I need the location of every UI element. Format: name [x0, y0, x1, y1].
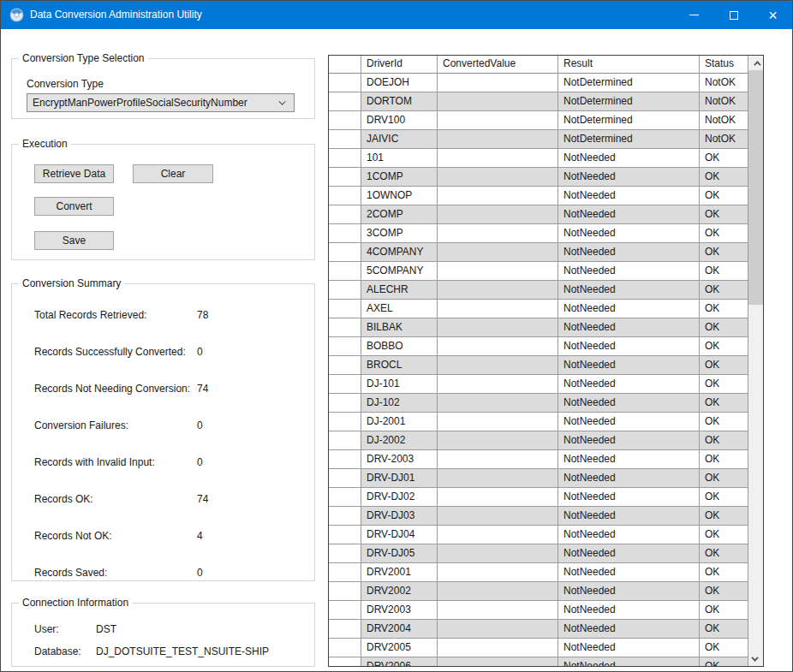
- row-selector[interactable]: [329, 431, 361, 450]
- grid-cell[interactable]: NotNeeded: [558, 582, 700, 601]
- grid-cell[interactable]: OK: [700, 337, 748, 356]
- grid-cell[interactable]: [438, 469, 558, 488]
- grid-cell[interactable]: OK: [700, 149, 748, 168]
- row-selector[interactable]: [329, 92, 361, 111]
- grid-cell[interactable]: 5COMPANY: [361, 262, 438, 281]
- grid-cell[interactable]: [438, 243, 558, 262]
- grid-cell[interactable]: JAIVIC: [361, 130, 438, 149]
- grid-cell[interactable]: OK: [700, 657, 748, 666]
- clear-button[interactable]: Clear: [133, 164, 213, 183]
- row-selector[interactable]: [329, 563, 361, 582]
- row-selector[interactable]: [329, 620, 361, 639]
- grid-cell[interactable]: DJ-2002: [361, 431, 438, 450]
- save-button[interactable]: Save: [34, 231, 114, 250]
- row-selector[interactable]: [329, 544, 361, 563]
- row-selector[interactable]: [329, 526, 361, 544]
- grid-cell[interactable]: BROCL: [361, 356, 438, 375]
- grid-cell[interactable]: OK: [700, 205, 748, 224]
- scrollbar-thumb[interactable]: [748, 70, 763, 305]
- grid-cell[interactable]: DRV2001: [361, 563, 438, 582]
- grid-cell[interactable]: NotDetermined: [558, 74, 700, 92]
- grid-cell[interactable]: [438, 149, 558, 168]
- grid-cell[interactable]: NotNeeded: [558, 413, 700, 431]
- grid-cell[interactable]: NotNeeded: [558, 450, 700, 469]
- row-selector[interactable]: [329, 224, 361, 243]
- grid-cell[interactable]: NotNeeded: [558, 601, 700, 620]
- grid-cell[interactable]: DRV2006: [361, 657, 438, 666]
- grid-cell[interactable]: NotDetermined: [558, 111, 700, 130]
- grid-cell[interactable]: OK: [700, 413, 748, 431]
- grid-cell[interactable]: OK: [700, 563, 748, 582]
- grid-cell[interactable]: NotNeeded: [558, 356, 700, 375]
- grid-cell[interactable]: NotNeeded: [558, 469, 700, 488]
- grid-cell[interactable]: NotOK: [700, 111, 748, 130]
- grid-cell[interactable]: NotNeeded: [558, 318, 700, 337]
- grid-cell[interactable]: [438, 563, 558, 582]
- row-selector[interactable]: [329, 413, 361, 431]
- grid-cell[interactable]: NotOK: [700, 92, 748, 111]
- grid-cell[interactable]: BILBAK: [361, 318, 438, 337]
- grid-cell[interactable]: NotNeeded: [558, 281, 700, 300]
- grid-cell[interactable]: [438, 224, 558, 243]
- grid-cell[interactable]: OK: [700, 187, 748, 205]
- row-selector[interactable]: [329, 205, 361, 224]
- column-header[interactable]: Result: [558, 56, 700, 74]
- row-selector[interactable]: [329, 469, 361, 488]
- grid-cell[interactable]: [438, 582, 558, 601]
- grid-cell[interactable]: NotNeeded: [558, 488, 700, 507]
- row-selector[interactable]: [329, 243, 361, 262]
- grid-cell[interactable]: NotDetermined: [558, 130, 700, 149]
- grid-cell[interactable]: OK: [700, 620, 748, 639]
- grid-cell[interactable]: DRV-2003: [361, 450, 438, 469]
- grid-cell[interactable]: [438, 130, 558, 149]
- grid-cell[interactable]: DRV-DJ01: [361, 469, 438, 488]
- grid-cell[interactable]: [438, 168, 558, 187]
- grid-cell[interactable]: NotNeeded: [558, 337, 700, 356]
- grid-cell[interactable]: OK: [700, 450, 748, 469]
- row-selector[interactable]: [329, 507, 361, 526]
- grid-cell[interactable]: NotNeeded: [558, 168, 700, 187]
- column-header[interactable]: Status: [700, 56, 748, 74]
- grid-cell[interactable]: NotNeeded: [558, 639, 700, 657]
- grid-cell[interactable]: ALECHR: [361, 281, 438, 300]
- row-selector[interactable]: [329, 187, 361, 205]
- grid-cell[interactable]: OK: [700, 168, 748, 187]
- grid-cell[interactable]: NotNeeded: [558, 431, 700, 450]
- grid-cell[interactable]: DRV-DJ02: [361, 488, 438, 507]
- grid-cell[interactable]: NotNeeded: [558, 507, 700, 526]
- grid-cell[interactable]: OK: [700, 224, 748, 243]
- grid-cell[interactable]: [438, 526, 558, 544]
- grid-cell[interactable]: NotNeeded: [558, 544, 700, 563]
- grid-cell[interactable]: OK: [700, 526, 748, 544]
- convert-button[interactable]: Convert: [34, 197, 114, 216]
- row-selector[interactable]: [329, 318, 361, 337]
- grid-cell[interactable]: NotNeeded: [558, 300, 700, 318]
- row-selector[interactable]: [329, 394, 361, 413]
- grid-cell[interactable]: NotNeeded: [558, 205, 700, 224]
- grid-cell[interactable]: [438, 187, 558, 205]
- grid-cell[interactable]: DRV-DJ03: [361, 507, 438, 526]
- grid-cell[interactable]: OK: [700, 639, 748, 657]
- grid-cell[interactable]: DRV100: [361, 111, 438, 130]
- row-selector[interactable]: [329, 262, 361, 281]
- grid-cell[interactable]: DJ-2001: [361, 413, 438, 431]
- grid-cell[interactable]: [438, 601, 558, 620]
- grid-cell[interactable]: [438, 356, 558, 375]
- scroll-up-button[interactable]: [748, 56, 763, 70]
- grid-cell[interactable]: DRV2004: [361, 620, 438, 639]
- row-selector[interactable]: [329, 657, 361, 666]
- grid-cell[interactable]: OK: [700, 375, 748, 394]
- grid-cell[interactable]: 3COMP: [361, 224, 438, 243]
- grid-cell[interactable]: [438, 620, 558, 639]
- grid-cell[interactable]: [438, 92, 558, 111]
- grid-cell[interactable]: 1OWNOP: [361, 187, 438, 205]
- grid-cell[interactable]: OK: [700, 431, 748, 450]
- grid-cell[interactable]: NotNeeded: [558, 149, 700, 168]
- row-selector[interactable]: [329, 130, 361, 149]
- grid-cell[interactable]: OK: [700, 318, 748, 337]
- grid-cell[interactable]: NotNeeded: [558, 262, 700, 281]
- grid-cell[interactable]: OK: [700, 243, 748, 262]
- grid-cell[interactable]: OK: [700, 356, 748, 375]
- row-selector[interactable]: [329, 488, 361, 507]
- grid-cell[interactable]: DJ-102: [361, 394, 438, 413]
